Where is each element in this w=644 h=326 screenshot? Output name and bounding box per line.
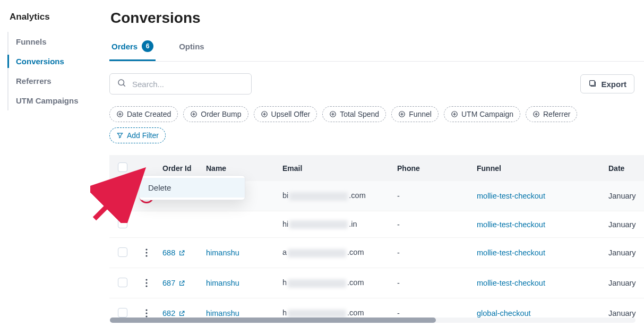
svg-point-34 <box>145 312 147 314</box>
phone-cell: - <box>393 238 473 268</box>
filter-chip-total-spend[interactable]: Total Spend <box>322 106 386 122</box>
search-input[interactable] <box>109 73 252 95</box>
email-cell: a.com <box>278 238 393 268</box>
date-cell: January <box>604 211 644 238</box>
name-link[interactable]: himanshu <box>206 248 239 257</box>
row-checkbox[interactable] <box>118 278 127 287</box>
tab-badge: 6 <box>142 40 153 52</box>
tab-orders[interactable]: Orders 6 <box>109 40 156 61</box>
redacted-text <box>289 192 348 201</box>
table-row: hi.in-mollie-test-checkoutJanuary <box>109 211 644 238</box>
sidebar-title: Analytics <box>7 12 109 22</box>
svg-point-33 <box>145 309 147 311</box>
search-box <box>109 73 252 95</box>
row-action-menu: Delete <box>139 175 245 200</box>
main-content: Conversions Orders 6 Optins Export <box>109 0 644 326</box>
row-menu-button[interactable] <box>139 276 154 290</box>
date-cell: January <box>604 181 644 211</box>
svg-point-30 <box>145 279 147 280</box>
order-id-link[interactable]: 688 <box>162 248 185 257</box>
delete-action[interactable]: Delete <box>140 178 245 198</box>
email-cell: bi.com <box>278 181 393 211</box>
tab-label: Optins <box>179 42 204 51</box>
redacted-text <box>288 310 346 318</box>
th-email[interactable]: Email <box>278 155 393 181</box>
row-checkbox[interactable] <box>118 247 127 257</box>
th-phone[interactable]: Phone <box>393 155 473 181</box>
date-cell: January <box>604 238 644 268</box>
name-link[interactable]: himanshu <box>206 309 239 318</box>
sidebar-item-conversions[interactable]: Conversions <box>8 52 109 71</box>
filter-chip-order-bump[interactable]: Order Bump <box>183 106 248 122</box>
search-icon <box>117 78 126 90</box>
phone-cell: - <box>393 211 473 238</box>
scrollbar-thumb[interactable] <box>110 318 436 323</box>
export-label: Export <box>601 80 626 89</box>
row-menu-button[interactable] <box>139 245 154 260</box>
filter-chip-referrer[interactable]: Referrer <box>526 106 577 122</box>
order-id-link[interactable]: 682 <box>162 309 185 318</box>
name-link[interactable]: himanshu <box>206 279 239 287</box>
sidebar-item-referrers[interactable]: Referrers <box>8 71 109 91</box>
select-all-checkbox[interactable] <box>118 162 127 172</box>
external-link-icon <box>178 250 185 256</box>
th-funnel[interactable]: Funnel <box>473 155 604 181</box>
sidebar-item-funnels[interactable]: Funnels <box>8 32 109 52</box>
svg-point-27 <box>145 248 147 250</box>
sidebar-item-utm-campaigns[interactable]: UTM Campaigns <box>8 91 109 110</box>
redacted-text <box>288 279 346 288</box>
redacted-text <box>288 249 346 258</box>
filter-chip-funnel[interactable]: Funnel <box>391 106 439 122</box>
redacted-text <box>289 220 348 229</box>
page-title: Conversions <box>110 10 644 27</box>
email-cell: h.com <box>278 268 393 298</box>
table-row: 688himanshua.com-mollie-test-checkoutJan… <box>109 238 644 268</box>
filter-chip-utm-campaign[interactable]: UTM Campaign <box>444 106 520 122</box>
horizontal-scrollbar[interactable] <box>110 318 636 323</box>
svg-point-32 <box>145 285 147 287</box>
row-checkbox[interactable] <box>118 191 127 200</box>
svg-point-0 <box>118 80 124 85</box>
svg-point-28 <box>145 252 147 253</box>
export-button[interactable]: Export <box>580 74 634 93</box>
row-checkbox[interactable] <box>118 219 127 228</box>
tab-optins[interactable]: Optins <box>177 42 207 60</box>
funnel-link[interactable]: mollie-test-checkout <box>477 192 545 200</box>
order-id-link[interactable]: 687 <box>162 279 185 287</box>
svg-point-29 <box>145 255 147 256</box>
email-cell: hi.in <box>278 211 393 238</box>
table-row: 687himanshuh.com-mollie-test-checkoutJan… <box>109 268 644 298</box>
add-filter-button[interactable]: Add Filter <box>109 127 166 143</box>
sidebar: Analytics Funnels Conversions Referrers … <box>0 0 109 326</box>
filter-chip-date-created[interactable]: Date Created <box>109 106 178 122</box>
filter-chip-upsell-offer[interactable]: Upsell Offer <box>254 106 317 122</box>
sidebar-nav: Funnels Conversions Referrers UTM Campai… <box>7 32 109 110</box>
tabs: Orders 6 Optins <box>109 40 644 62</box>
row-checkbox[interactable] <box>118 308 127 318</box>
phone-cell: - <box>393 181 473 211</box>
export-icon <box>588 79 597 89</box>
filter-chips: Date Created Order Bump Upsell Offer Tot… <box>109 106 644 143</box>
funnel-link[interactable]: mollie-test-checkout <box>477 248 545 257</box>
svg-point-31 <box>145 282 147 284</box>
th-date[interactable]: Date <box>604 155 644 181</box>
svg-rect-2 <box>590 80 595 85</box>
date-cell: January <box>604 268 644 298</box>
funnel-link[interactable]: mollie-test-checkout <box>477 220 545 229</box>
external-link-icon <box>178 310 185 317</box>
svg-line-1 <box>123 84 125 86</box>
external-link-icon <box>178 280 185 287</box>
tab-label: Orders <box>111 42 138 51</box>
funnel-link[interactable]: mollie-test-checkout <box>477 279 545 287</box>
funnel-link[interactable]: global-checkout <box>477 309 531 318</box>
phone-cell: - <box>393 268 473 298</box>
